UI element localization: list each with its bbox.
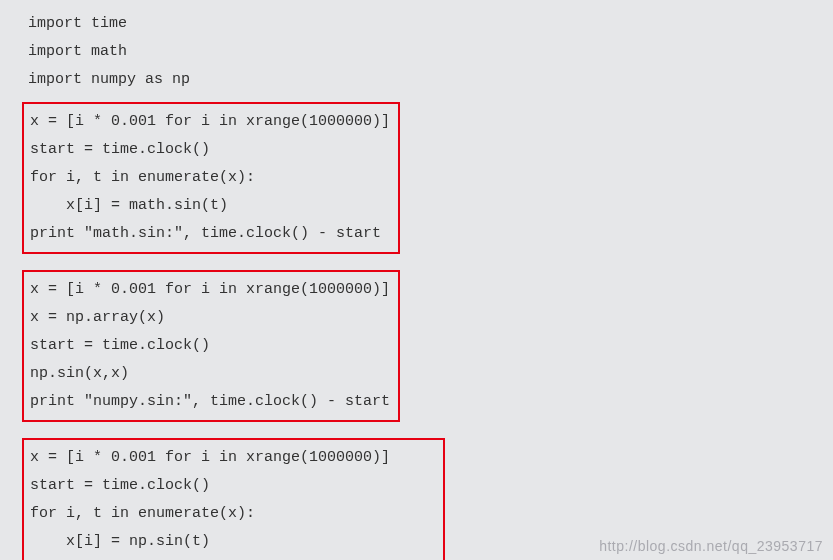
code-block-numpy-sin-loop: x = [i * 0.001 for i in xrange(1000000)]… [22, 438, 445, 560]
code-line: x[i] = math.sin(t) [30, 192, 390, 220]
code-line: x = [i * 0.001 for i in xrange(1000000)] [30, 276, 390, 304]
watermark-text: http://blog.csdn.net/qq_23953717 [599, 538, 823, 554]
code-line: x = [i * 0.001 for i in xrange(1000000)] [30, 444, 435, 472]
code-line: start = time.clock() [30, 136, 390, 164]
code-line: start = time.clock() [30, 472, 435, 500]
code-line: x = np.array(x) [30, 304, 390, 332]
code-line: print "math.sin:", time.clock() - start [30, 220, 390, 248]
import-line: import numpy as np [28, 66, 833, 94]
import-line: import math [28, 38, 833, 66]
code-line: print "numpy.sin loop:", time.clock() - … [30, 556, 435, 560]
code-line: start = time.clock() [30, 332, 390, 360]
code-block-numpy-sin: x = [i * 0.001 for i in xrange(1000000)]… [22, 270, 400, 422]
code-block-math-sin: x = [i * 0.001 for i in xrange(1000000)]… [22, 102, 400, 254]
code-line: x[i] = np.sin(t) [30, 528, 435, 556]
import-line: import time [28, 10, 833, 38]
code-page: import time import math import numpy as … [0, 0, 833, 560]
code-line: for i, t in enumerate(x): [30, 500, 435, 528]
code-line: x = [i * 0.001 for i in xrange(1000000)] [30, 108, 390, 136]
code-line: print "numpy.sin:", time.clock() - start [30, 388, 390, 416]
code-line: np.sin(x,x) [30, 360, 390, 388]
code-line: for i, t in enumerate(x): [30, 164, 390, 192]
